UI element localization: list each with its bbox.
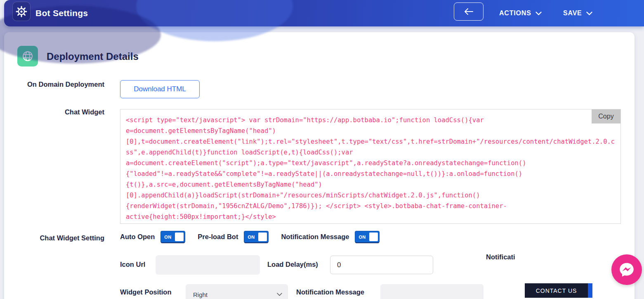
load-delay-label: Load Delay(ms) (267, 261, 318, 268)
messenger-icon (617, 260, 637, 280)
chevron-down-icon (535, 12, 542, 15)
header-bar: Bot Settings ACTIONS SAVE (4, 0, 644, 26)
notification-message-toggle[interactable]: ON (355, 231, 379, 242)
toggle-state-text: ON (161, 235, 171, 240)
icon-url-input[interactable] (156, 255, 260, 275)
toggle-knob (175, 233, 184, 241)
chevron-down-icon (586, 12, 592, 15)
deployment-details-card: Deployment Details On Domain Deployment … (4, 32, 635, 299)
embed-code-text: <script type="text/javascript"> var strD… (120, 109, 620, 228)
notification-message-label: Notification Message (296, 288, 364, 296)
gear-icon (16, 6, 27, 17)
actions-label: ACTIONS (499, 9, 531, 17)
chat-widget-setting-label: Chat Widget Setting (4, 234, 104, 242)
chat-widget-embed-code-box[interactable]: <script type="text/javascript"> var strD… (120, 109, 621, 224)
save-dropdown[interactable]: SAVE (563, 0, 592, 26)
toggle-knob (369, 233, 378, 241)
page-title: Bot Settings (35, 0, 88, 26)
widget-position-value: Right (193, 291, 208, 298)
widget-position-select[interactable]: Right (186, 284, 288, 299)
chat-widget-setting-row: Auto Open ON Pre-load Bot ON Notificatio… (120, 231, 392, 242)
back-button[interactable] (454, 2, 484, 21)
preload-bot-setting: Pre-load Bot ON (198, 231, 268, 242)
toggle-knob (258, 233, 267, 241)
chat-widget-launcher[interactable] (611, 254, 642, 285)
bot-settings-gear-tile (12, 2, 31, 21)
load-delay-input[interactable] (330, 256, 433, 274)
download-html-button[interactable]: Download HTML (120, 80, 200, 98)
chat-widget-label: Chat Widget (4, 108, 104, 116)
toggle-state-text: ON (355, 235, 366, 240)
on-domain-deployment-label: On Domain Deployment (4, 81, 104, 88)
notification-message-input[interactable] (380, 284, 484, 299)
arrow-left-icon (464, 8, 473, 15)
widget-position-label: Widget Position (120, 288, 172, 296)
auto-open-label: Auto Open (120, 233, 155, 241)
preload-bot-toggle[interactable]: ON (244, 231, 268, 242)
chevron-down-icon (277, 293, 282, 296)
notification-message-setting: Notification Message ON (281, 231, 379, 242)
notification-message-toggle-label: Notification Message (281, 233, 349, 241)
auto-open-setting: Auto Open ON (120, 231, 185, 242)
save-label: SAVE (563, 9, 582, 17)
contact-us-button[interactable]: CONTACT US (525, 283, 592, 298)
notification-truncated-label: Notificati (486, 253, 515, 261)
icon-url-label: Icon Url (120, 261, 145, 268)
toggle-state-text: ON (244, 235, 255, 240)
copy-button[interactable]: Copy (592, 109, 620, 123)
actions-dropdown[interactable]: ACTIONS (499, 0, 542, 26)
preload-bot-label: Pre-load Bot (198, 233, 238, 241)
auto-open-toggle[interactable]: ON (161, 231, 185, 242)
